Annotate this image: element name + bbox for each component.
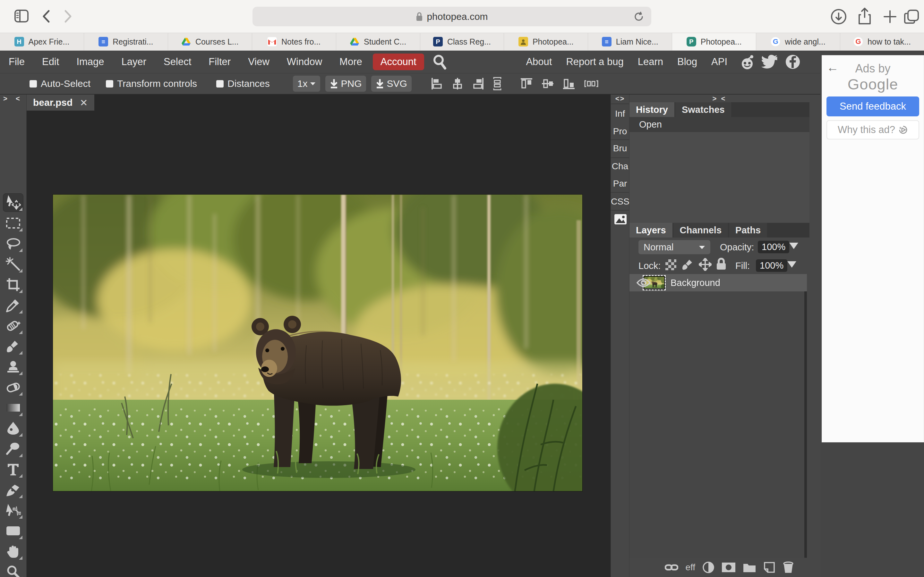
new-folder-icon[interactable]: [743, 562, 756, 573]
history-item-open[interactable]: Open: [630, 117, 809, 132]
menu-view[interactable]: View: [239, 56, 278, 68]
export-svg-button[interactable]: SVG: [371, 76, 411, 92]
forward-icon[interactable]: [63, 10, 73, 23]
menu-select[interactable]: Select: [155, 56, 200, 68]
menu-window[interactable]: Window: [278, 56, 331, 68]
align-top-icon[interactable]: [520, 77, 533, 90]
browser-tab[interactable]: Photopea...: [504, 33, 588, 50]
trash-icon[interactable]: [782, 561, 794, 574]
pixel-ratio-dropdown[interactable]: 1x: [293, 76, 320, 92]
new-tab-icon[interactable]: [883, 10, 897, 24]
address-bar[interactable]: photopea.com: [252, 7, 651, 26]
type-tool[interactable]: [3, 460, 23, 479]
browser-tab-active[interactable]: P Photopea...: [672, 33, 756, 50]
new-layer-icon[interactable]: [763, 561, 775, 574]
tab-overview-icon[interactable]: [903, 8, 920, 25]
magic-wand-tool[interactable]: [3, 255, 23, 274]
tab-channels[interactable]: Channels: [674, 223, 728, 237]
blur-tool[interactable]: [3, 419, 23, 438]
distances-checkbox[interactable]: Distances: [216, 78, 270, 89]
paragraph-panel-shortcut[interactable]: Par: [611, 179, 629, 189]
adjustment-layer-icon[interactable]: [702, 561, 714, 574]
zoom-tool[interactable]: [3, 562, 23, 577]
collapse-panels-handle[interactable]: > <: [630, 95, 809, 102]
distribute-horizontal-icon[interactable]: [583, 79, 598, 89]
collapse-strip-handle[interactable]: <>: [611, 95, 629, 102]
opacity-value[interactable]: 100%: [758, 241, 789, 253]
menu-report-a-bug[interactable]: Report a bug: [559, 56, 630, 68]
eyedropper-tool[interactable]: [3, 296, 23, 314]
reload-icon[interactable]: [633, 11, 644, 23]
tab-layers[interactable]: Layers: [630, 223, 672, 237]
healing-brush-tool[interactable]: [3, 316, 23, 335]
move-tool[interactable]: [3, 193, 23, 212]
canvas-image[interactable]: [53, 195, 582, 491]
menu-about[interactable]: About: [519, 56, 559, 68]
brush-panel-shortcut[interactable]: Bru: [611, 143, 629, 153]
distribute-vertical-icon[interactable]: [493, 77, 502, 90]
browser-tab[interactable]: Notes fro...: [252, 33, 336, 50]
rectangle-shape-tool[interactable]: [3, 522, 23, 540]
layer-row-background[interactable]: Background: [630, 274, 807, 292]
menu-filter[interactable]: Filter: [200, 56, 239, 68]
transform-controls-checkbox[interactable]: Transform controls: [106, 78, 197, 89]
share-icon[interactable]: [857, 7, 872, 26]
image-panel-shortcut-icon[interactable]: [614, 214, 627, 225]
layer-effects-button[interactable]: eff: [685, 562, 695, 572]
menu-blog[interactable]: Blog: [670, 56, 704, 68]
blend-mode-dropdown[interactable]: Normal: [638, 240, 710, 254]
lock-position-icon[interactable]: [699, 258, 712, 271]
menu-edit[interactable]: Edit: [33, 56, 68, 68]
browser-tab[interactable]: G how to tak...: [840, 33, 924, 50]
pen-tool[interactable]: [3, 480, 23, 499]
twitter-icon[interactable]: [761, 54, 779, 69]
history-list[interactable]: [630, 132, 809, 223]
browser-tab[interactable]: P Class Reg...: [420, 33, 504, 50]
dodge-tool[interactable]: [3, 440, 23, 458]
layer-mask-icon[interactable]: [722, 562, 736, 572]
align-middle-icon[interactable]: [541, 77, 554, 90]
menu-api[interactable]: API: [704, 56, 734, 68]
export-png-button[interactable]: PNG: [325, 76, 366, 92]
channels-panel-shortcut[interactable]: Cha: [611, 161, 629, 171]
browser-tab[interactable]: ≡ Registrati...: [84, 33, 168, 50]
hand-tool[interactable]: [3, 542, 23, 561]
back-icon[interactable]: [41, 10, 51, 23]
css-panel-shortcut[interactable]: CSS: [611, 197, 629, 207]
lock-all-icon[interactable]: [716, 258, 727, 271]
send-feedback-button[interactable]: Send feedback: [827, 97, 919, 116]
opacity-slider-icon[interactable]: [789, 243, 798, 249]
fill-slider-icon[interactable]: [787, 261, 796, 268]
reddit-icon[interactable]: [739, 53, 756, 70]
browser-tab[interactable]: Student C...: [336, 33, 420, 50]
info-panel-shortcut[interactable]: Inf: [611, 109, 629, 119]
downloads-icon[interactable]: [830, 8, 847, 25]
facebook-icon[interactable]: [784, 53, 801, 70]
auto-select-checkbox[interactable]: Auto-Select: [29, 78, 90, 89]
close-document-icon[interactable]: ✕: [79, 97, 87, 108]
collapse-tools-handle[interactable]: > <: [0, 95, 26, 102]
browser-tab[interactable]: Courses L...: [168, 33, 252, 50]
align-left-icon[interactable]: [431, 77, 443, 90]
align-right-icon[interactable]: [472, 77, 484, 90]
eraser-tool[interactable]: [3, 378, 23, 396]
eye-icon[interactable]: [636, 278, 651, 287]
lasso-tool[interactable]: [3, 234, 23, 253]
lock-pixels-icon[interactable]: [682, 258, 694, 271]
align-center-horizontal-icon[interactable]: [451, 77, 464, 90]
account-button[interactable]: Account: [373, 53, 424, 70]
tab-swatches[interactable]: Swatches: [675, 102, 731, 117]
menu-learn[interactable]: Learn: [631, 56, 670, 68]
sidebar-icon[interactable]: [14, 9, 29, 23]
align-bottom-icon[interactable]: [562, 77, 575, 90]
marquee-select-tool[interactable]: [3, 214, 23, 232]
tab-history[interactable]: History: [630, 102, 674, 117]
search-icon[interactable]: [433, 54, 447, 69]
browser-tab[interactable]: ≡ Liam Nice...: [588, 33, 672, 50]
menu-layer[interactable]: Layer: [113, 56, 155, 68]
menu-more[interactable]: More: [331, 56, 371, 68]
menu-image[interactable]: Image: [68, 56, 113, 68]
clone-stamp-tool[interactable]: [3, 358, 23, 376]
gradient-tool[interactable]: [3, 398, 23, 417]
browser-tab[interactable]: G wide angl...: [756, 33, 840, 50]
